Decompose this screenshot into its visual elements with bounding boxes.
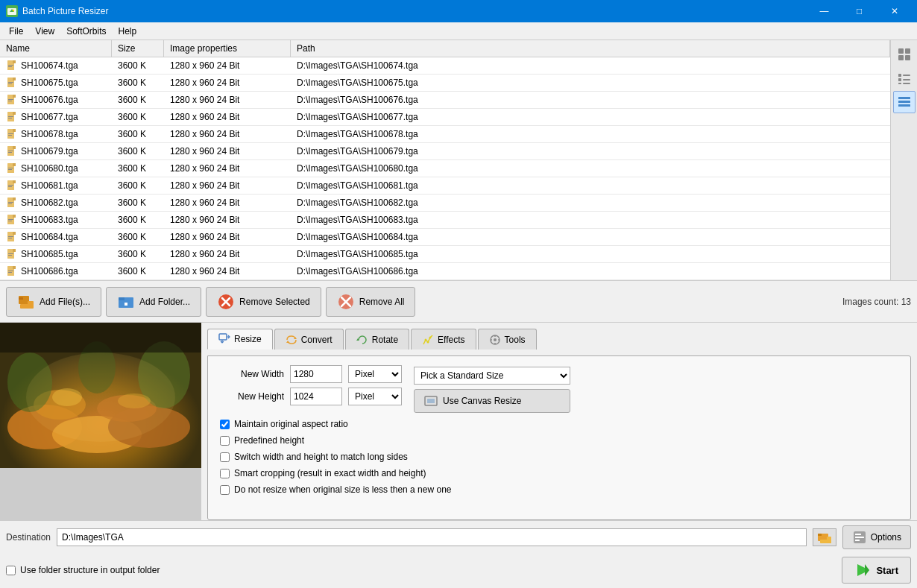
svg-rect-32 [8, 152, 12, 153]
table-row[interactable]: SH100680.tga 3600 K 1280 x 960 24 Bit D:… [0, 160, 890, 177]
view-details-icon-btn[interactable] [893, 91, 916, 113]
width-unit-select[interactable]: PixelPercentcminch [348, 365, 402, 383]
view-large-icon-btn[interactable] [893, 43, 916, 66]
svg-rect-130 [855, 537, 864, 538]
tab-rotate[interactable]: Rotate [345, 329, 409, 350]
svg-marker-133 [865, 564, 869, 576]
svg-rect-77 [903, 83, 910, 84]
col-header-size[interactable]: Size [112, 40, 164, 57]
svg-rect-69 [905, 48, 910, 54]
remove-all-label: Remove All [359, 297, 405, 307]
svg-rect-11 [8, 82, 13, 83]
svg-point-114 [427, 341, 429, 343]
svg-rect-51 [8, 219, 13, 220]
menu-file[interactable]: File [3, 25, 29, 38]
table-row[interactable]: SH100679.tga 3600 K 1280 x 960 24 Bit D:… [0, 143, 890, 160]
table-row[interactable]: SH100684.tga 3600 K 1280 x 960 24 Bit D:… [0, 229, 890, 246]
switch-dims-checkbox[interactable] [220, 452, 230, 462]
add-folder-label: Add Folder... [139, 297, 190, 307]
height-label: New Height [217, 391, 284, 402]
width-label: New Width [217, 369, 284, 379]
table-row[interactable]: SH100674.tga 3600 K 1280 x 960 24 Bit D:… [0, 57, 890, 75]
svg-rect-5 [13, 60, 16, 63]
smart-crop-checkbox[interactable] [220, 469, 230, 478]
app-icon [6, 5, 18, 17]
no-resize-checkbox[interactable] [220, 485, 230, 495]
table-row[interactable]: SH100683.tga 3600 K 1280 x 960 24 Bit D:… [0, 212, 890, 229]
file-list[interactable]: Name Size Image properties Path SH100674… [0, 40, 890, 280]
width-row: New Width PixelPercentcminch [217, 365, 402, 383]
col-header-name[interactable]: Name [0, 40, 112, 57]
svg-rect-86 [119, 297, 125, 300]
height-input[interactable] [290, 388, 342, 405]
table-row[interactable]: SH100675.tga 3600 K 1280 x 960 24 Bit D:… [0, 75, 890, 92]
table-row[interactable]: SH100681.tga 3600 K 1280 x 960 24 Bit D:… [0, 177, 890, 195]
remove-selected-button[interactable]: Remove Selected [206, 287, 321, 317]
preview-image [0, 323, 201, 468]
start-label: Start [876, 565, 898, 576]
svg-rect-57 [8, 238, 12, 238]
height-unit-select[interactable]: PixelPercentcminch [348, 388, 402, 405]
predefined-height-label: Predefined height [234, 435, 304, 446]
table-row[interactable]: SH100685.tga 3600 K 1280 x 960 24 Bit D:… [0, 246, 890, 263]
tab-tools[interactable]: Tools [478, 329, 537, 350]
folder-structure-label: Use folder structure in output folder [20, 565, 160, 575]
canvas-resize-button[interactable]: Use Canvas Resize [414, 389, 570, 413]
menu-help[interactable]: Help [113, 25, 143, 38]
col-header-props[interactable]: Image properties [164, 40, 291, 57]
destination-input[interactable] [57, 528, 807, 546]
svg-rect-42 [8, 186, 12, 187]
destination-label: Destination [6, 532, 51, 543]
table-row[interactable]: SH100676.tga 3600 K 1280 x 960 24 Bit D:… [0, 92, 890, 109]
options-button[interactable]: Options [842, 525, 911, 549]
svg-rect-10 [13, 78, 16, 80]
svg-rect-78 [898, 97, 910, 99]
svg-rect-67 [8, 272, 12, 273]
maximize-button[interactable]: □ [842, 0, 876, 22]
tab-resize[interactable]: Resize [207, 329, 273, 350]
table-row[interactable]: SH100677.tga 3600 K 1280 x 960 24 Bit D:… [0, 109, 890, 126]
svg-rect-131 [855, 540, 860, 541]
svg-rect-15 [13, 95, 16, 98]
minimize-button[interactable]: — [807, 0, 841, 22]
width-input[interactable] [290, 365, 342, 383]
folder-structure-checkbox[interactable] [6, 566, 16, 575]
add-files-button[interactable]: Add File(s)... [6, 287, 101, 317]
svg-rect-45 [13, 197, 16, 200]
table-row[interactable]: SH100686.tga 3600 K 1280 x 960 24 Bit D:… [0, 263, 890, 280]
height-row: New Height PixelPercentcminch [217, 388, 402, 405]
destination-browse-button[interactable] [813, 528, 836, 546]
svg-rect-84 [28, 301, 34, 309]
menu-view[interactable]: View [29, 25, 60, 38]
remove-all-button[interactable]: Remove All [326, 287, 416, 317]
resize-tab-content: New Width PixelPercentcminch New Height … [207, 355, 911, 520]
tab-convert[interactable]: Convert [274, 329, 344, 350]
add-folder-button[interactable]: Add Folder... [106, 287, 201, 317]
svg-rect-82 [19, 297, 23, 300]
no-resize-label: Do not resize when original size is less… [234, 484, 452, 495]
smart-crop-row: Smart cropping (result in exact width an… [220, 468, 901, 478]
svg-rect-12 [8, 83, 12, 84]
maintain-aspect-checkbox[interactable] [220, 420, 230, 429]
bottom-section: Resize Convert Rotate [0, 323, 917, 520]
tab-effects[interactable]: Effects [411, 329, 476, 350]
svg-rect-40 [13, 180, 16, 183]
close-button[interactable]: ✕ [877, 0, 911, 22]
standard-size-select[interactable]: Pick a Standard Size640 x 480800 x 60010… [414, 367, 570, 385]
action-bar: Add File(s)... Add Folder... Remove Sele… [0, 281, 917, 323]
smart-crop-label: Smart cropping (result in exact width an… [234, 468, 426, 478]
start-button[interactable]: Start [842, 557, 911, 584]
menu-softorbits[interactable]: SoftOrbits [60, 25, 112, 38]
col-header-path[interactable]: Path [291, 40, 890, 57]
canvas-resize-label: Use Canvas Resize [443, 396, 521, 406]
table-row[interactable]: SH100682.tga 3600 K 1280 x 960 24 Bit D:… [0, 195, 890, 212]
svg-rect-35 [13, 163, 16, 166]
table-row[interactable]: SH100678.tga 3600 K 1280 x 960 24 Bit D:… [0, 126, 890, 143]
svg-point-108 [26, 353, 175, 442]
svg-rect-47 [8, 203, 12, 204]
view-list-icon-btn[interactable] [893, 67, 916, 89]
resize-form: New Width PixelPercentcminch New Height … [217, 365, 901, 495]
svg-rect-107 [0, 323, 201, 353]
predefined-height-checkbox[interactable] [220, 436, 230, 446]
file-list-container: Name Size Image properties Path SH100674… [0, 40, 917, 281]
